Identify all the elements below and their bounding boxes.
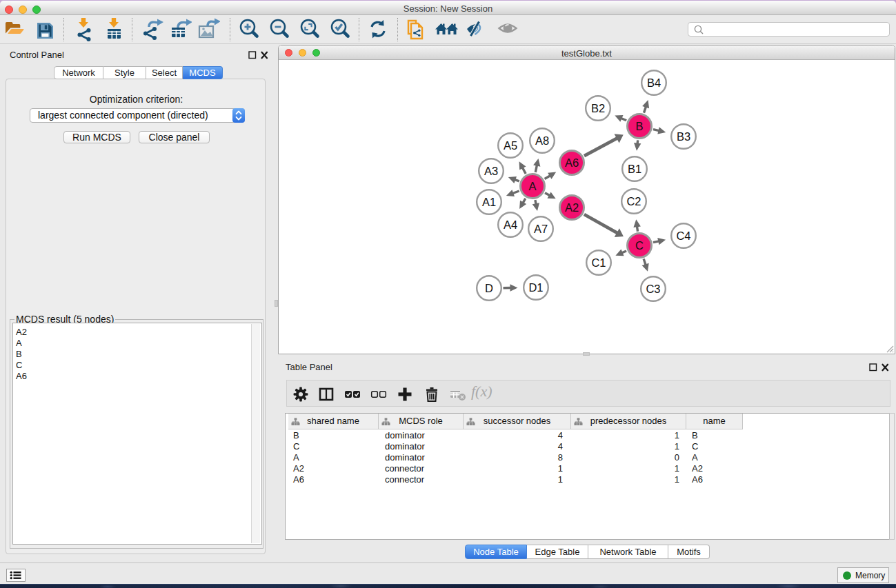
svg-text:D: D [485, 282, 493, 294]
svg-text:C3: C3 [646, 283, 660, 295]
svg-text:A6: A6 [565, 156, 579, 169]
svg-text:C4: C4 [676, 230, 690, 242]
svg-text:A3: A3 [484, 165, 498, 177]
svg-text:C1: C1 [591, 256, 606, 269]
svg-text:B1: B1 [628, 163, 641, 175]
svg-text:C2: C2 [626, 195, 641, 207]
svg-text:A4: A4 [504, 219, 517, 231]
svg-text:B4: B4 [647, 77, 661, 89]
svg-text:B3: B3 [677, 130, 690, 143]
svg-text:A8: A8 [535, 134, 549, 147]
svg-text:A: A [528, 180, 536, 192]
svg-text:B: B [635, 120, 643, 132]
svg-text:B2: B2 [591, 102, 605, 114]
svg-text:A2: A2 [565, 201, 579, 214]
svg-text:A7: A7 [534, 223, 548, 235]
svg-text:D1: D1 [528, 281, 543, 294]
svg-text:A1: A1 [482, 196, 496, 208]
svg-text:A5: A5 [504, 139, 517, 152]
svg-text:C: C [635, 239, 644, 252]
